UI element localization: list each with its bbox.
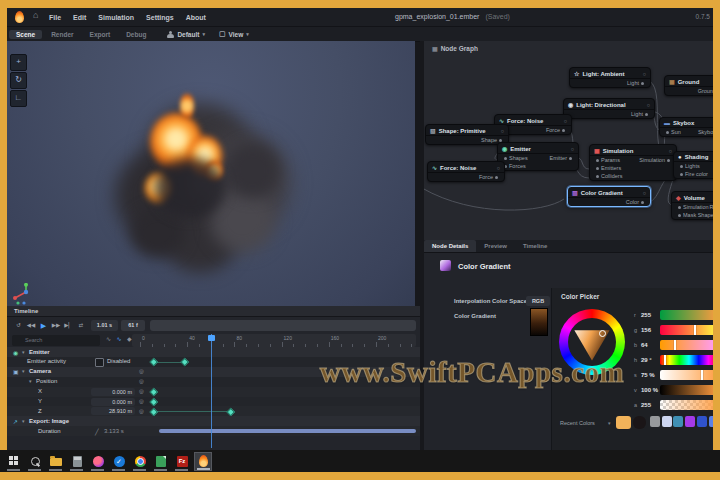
node-graph-panel[interactable]: ▦Node Graph ☆Light: Amb bbox=[420, 41, 713, 240]
mode-tab-scene[interactable]: Scene bbox=[9, 30, 42, 39]
visibility-eye-icon[interactable]: ◎ bbox=[139, 378, 144, 384]
node-preview-toggle-icon[interactable]: ○ bbox=[497, 165, 500, 171]
menu-settings[interactable]: Settings bbox=[146, 14, 174, 21]
timeline-range-bar[interactable] bbox=[150, 320, 416, 331]
recent-swatch[interactable] bbox=[662, 416, 672, 427]
frame-display[interactable]: 61 f bbox=[121, 320, 145, 331]
restart-icon[interactable]: ↺ bbox=[13, 320, 24, 331]
output-port[interactable] bbox=[641, 82, 644, 85]
input-port[interactable] bbox=[680, 173, 683, 176]
duration-value[interactable]: 3.133 s bbox=[104, 428, 124, 434]
node-preview-toggle-icon[interactable]: ○ bbox=[571, 146, 574, 152]
input-port[interactable] bbox=[596, 175, 599, 178]
slider-bar-b[interactable] bbox=[660, 340, 713, 350]
visibility-eye-icon[interactable]: ◎ bbox=[139, 368, 144, 374]
slider-bar-s[interactable] bbox=[660, 370, 713, 380]
timeline-row-position[interactable]: ▾Position◎ bbox=[7, 377, 420, 387]
slider-handle[interactable] bbox=[664, 355, 666, 365]
output-port[interactable] bbox=[667, 159, 670, 162]
slider-bar-g[interactable] bbox=[660, 325, 713, 335]
node-preview-toggle-icon[interactable]: ○ bbox=[643, 71, 646, 77]
menu-simulation[interactable]: Simulation bbox=[98, 14, 134, 21]
output-port[interactable] bbox=[569, 157, 572, 160]
check-app-button[interactable]: ✓ bbox=[110, 452, 128, 471]
timeline-row-emitter[interactable]: ◉▾Emitter bbox=[7, 347, 420, 357]
value-field[interactable]: 0.000 m bbox=[91, 398, 135, 406]
menu-file[interactable]: File bbox=[49, 14, 61, 21]
mode-tab-render[interactable]: Render bbox=[44, 30, 80, 39]
timeline-row-export-image[interactable]: ↗▾Export: Image bbox=[7, 416, 420, 426]
visibility-eye-icon[interactable]: ◎ bbox=[139, 388, 144, 394]
chrome-button[interactable] bbox=[131, 452, 149, 471]
input-port[interactable] bbox=[678, 206, 681, 209]
input-port[interactable] bbox=[666, 131, 669, 134]
autokey-icon[interactable]: ∿ bbox=[117, 335, 122, 342]
notes-app-button[interactable] bbox=[152, 452, 170, 471]
visibility-eye-icon[interactable]: ◎ bbox=[139, 408, 144, 414]
recent-swatch[interactable] bbox=[685, 416, 695, 427]
chevron-down-icon[interactable]: ▾ bbox=[608, 420, 611, 426]
timeline-row-camera[interactable]: ▣▾Camera◎ bbox=[7, 367, 420, 377]
chevron-down-icon[interactable]: ▾ bbox=[22, 368, 25, 374]
slider-bar-a[interactable] bbox=[660, 400, 713, 410]
mode-tab-debug[interactable]: Debug bbox=[119, 30, 153, 39]
timeline-row-y[interactable]: Y0.000 m◎ bbox=[7, 397, 420, 407]
playhead-handle[interactable] bbox=[208, 335, 215, 341]
keyframe-diamond[interactable] bbox=[150, 358, 158, 366]
view-selector[interactable]: ▢ View ▾ bbox=[219, 30, 249, 38]
timeline-row-emitter-activity[interactable]: Emitter activityDisabled bbox=[7, 357, 420, 367]
node-ground[interactable]: ▦Ground○Ground bbox=[664, 75, 713, 96]
value-field[interactable]: 0.000 m bbox=[91, 388, 135, 396]
go-end-icon[interactable]: ▶▏ bbox=[63, 320, 74, 331]
duration-bar[interactable] bbox=[159, 429, 416, 433]
slider-bar-v[interactable] bbox=[660, 385, 713, 395]
output-port[interactable] bbox=[562, 129, 565, 132]
value-field[interactable]: 28.910 m bbox=[91, 407, 135, 415]
translate-tool-icon[interactable]: + bbox=[10, 54, 27, 71]
recent-swatch[interactable] bbox=[709, 416, 714, 427]
slider-value-s[interactable]: 75 % bbox=[641, 372, 655, 378]
timeline-row-x[interactable]: X0.000 m◎ bbox=[7, 387, 420, 397]
output-port[interactable] bbox=[641, 201, 644, 204]
node-light-directional[interactable]: ◉Light: Directional○Light bbox=[563, 98, 655, 119]
keyframe-diamond[interactable] bbox=[150, 388, 158, 396]
workspace-selector[interactable]: Default ▾ bbox=[167, 31, 205, 38]
media-app-button[interactable] bbox=[89, 452, 107, 471]
node-skybox[interactable]: ▬Skybox○SunSkybox bbox=[659, 117, 713, 137]
keyframe-diamond[interactable] bbox=[150, 398, 158, 406]
details-tab-node-details[interactable]: Node Details bbox=[424, 240, 476, 252]
menu-about[interactable]: About bbox=[186, 14, 206, 21]
keyframe-diamond[interactable] bbox=[181, 358, 189, 366]
slider-value-a[interactable]: 255 bbox=[641, 402, 651, 408]
node-volume[interactable]: ◆Volume○SimulationRenderingMask ShapesVD… bbox=[671, 191, 713, 220]
timeline-row-z[interactable]: Z28.910 m◎ bbox=[7, 406, 420, 416]
details-tab-timeline[interactable]: Timeline bbox=[515, 240, 555, 252]
loop-icon[interactable]: ⇄ bbox=[76, 320, 87, 331]
secondary-color-swatch[interactable] bbox=[633, 416, 646, 429]
slider-value-h[interactable]: 29 ° bbox=[641, 357, 652, 363]
3d-viewport[interactable]: +↻∟ bbox=[7, 41, 415, 306]
keyframe-diamond[interactable] bbox=[227, 407, 235, 415]
color-cursor[interactable] bbox=[599, 330, 606, 337]
search-button[interactable] bbox=[26, 452, 44, 471]
slider-handle[interactable] bbox=[694, 325, 696, 335]
visibility-eye-icon[interactable]: ◎ bbox=[139, 398, 144, 404]
calculator-app-button[interactable] bbox=[68, 452, 86, 471]
file-explorer-button[interactable] bbox=[47, 452, 65, 471]
menu-edit[interactable]: Edit bbox=[73, 14, 86, 21]
slider-bar-r[interactable] bbox=[660, 310, 713, 320]
slider-value-r[interactable]: 255 bbox=[641, 312, 651, 318]
node-preview-toggle-icon[interactable]: ○ bbox=[501, 128, 504, 134]
playhead-line[interactable] bbox=[211, 334, 212, 448]
timeline-row-duration[interactable]: Duration╱3.133 s bbox=[7, 426, 420, 436]
recent-swatch[interactable] bbox=[673, 416, 683, 427]
time-display[interactable]: 1.01 s bbox=[91, 320, 118, 331]
input-port[interactable] bbox=[678, 214, 681, 217]
input-port[interactable] bbox=[504, 157, 507, 160]
slider-handle[interactable] bbox=[701, 370, 703, 380]
step-forward-icon[interactable]: ▶▶ bbox=[51, 320, 62, 331]
input-port[interactable] bbox=[680, 165, 683, 168]
keyframe-diamond[interactable] bbox=[150, 407, 158, 415]
interpolation-value-button[interactable]: RGB bbox=[526, 296, 550, 306]
chevron-down-icon[interactable]: ▾ bbox=[29, 378, 32, 384]
